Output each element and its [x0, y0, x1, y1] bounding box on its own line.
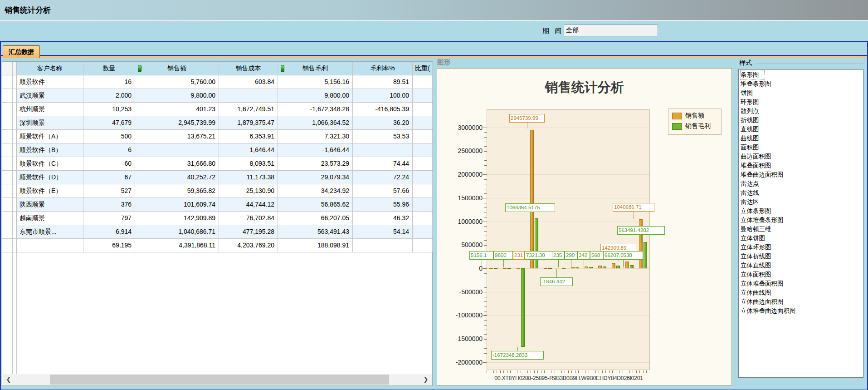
- cell: 46.32: [353, 212, 413, 225]
- table-row[interactable]: 69,1954,391,868.114,203,769.20188,098.91: [2, 239, 432, 252]
- style-list-item[interactable]: 曼哈顿三维: [741, 225, 863, 234]
- green-indicator-icon: [138, 65, 141, 72]
- cell: [12, 225, 16, 238]
- cell: [353, 239, 413, 252]
- table-row[interactable]: 顺景软件（A）50013,675.216,353.917,321.3053.53: [2, 130, 432, 143]
- style-list-item[interactable]: 折线图: [741, 116, 863, 125]
- callout-stem: [634, 212, 634, 219]
- cell: 1,672,749.51: [219, 103, 278, 116]
- legend-swatch-icon: [672, 113, 682, 119]
- table-row[interactable]: 顺景软件（B）61,646.44-1,646.44: [2, 143, 432, 157]
- column-header[interactable]: 毛利率%: [353, 62, 413, 75]
- style-list-item[interactable]: 雷达区: [741, 197, 863, 207]
- callout-stem: [584, 260, 584, 267]
- cell: 越南顺景: [16, 212, 83, 225]
- style-list-item[interactable]: 雷达线: [741, 188, 863, 197]
- chart-title: 销售统计分析: [437, 79, 731, 97]
- table-row[interactable]: 陕西顺景376101,609.7444,744.1256,865.6255.96: [2, 198, 432, 212]
- callout-stem: [597, 260, 597, 267]
- table-row[interactable]: 武汉顺景2,0009,800.009,800.00100.00: [2, 89, 432, 103]
- cell: 2,000: [83, 89, 135, 102]
- callout-stem: [641, 235, 642, 242]
- style-list-item[interactable]: 堆叠曲边面积图: [741, 170, 863, 179]
- callout-stem: [558, 260, 559, 267]
- style-list-item[interactable]: 立体堆叠曲边面积图: [741, 306, 863, 316]
- cell: [12, 198, 16, 211]
- style-list-item[interactable]: 立体直线图: [741, 261, 863, 270]
- style-list-item[interactable]: 立体饼图: [741, 234, 863, 243]
- table-row[interactable]: 顺景软件（C）6031,666.808,093.5123,573.2974.44: [2, 157, 432, 171]
- cell: [12, 171, 16, 184]
- table-row[interactable]: 东莞市顺景...6,9141,040,686.71477,195.28563,4…: [2, 225, 432, 239]
- style-list-item[interactable]: 堆叠条形图: [741, 79, 863, 89]
- data-label: 1066364.5175: [505, 203, 555, 212]
- style-list-item[interactable]: 立体堆叠条形图: [741, 216, 863, 225]
- table-row[interactable]: 深圳顺景47,6792,945,739.991,879,375.471,066,…: [2, 116, 432, 130]
- style-groupbox-line: [756, 63, 863, 64]
- cell: 56,865.62: [278, 198, 353, 211]
- style-list-item[interactable]: 散列点: [741, 107, 863, 116]
- style-list-item[interactable]: 面积图: [741, 143, 863, 152]
- horizontal-scrollbar[interactable]: ❮ ❯: [3, 374, 432, 385]
- cell: [12, 89, 16, 102]
- style-list-item[interactable]: 立体面积图: [741, 270, 863, 279]
- table-row[interactable]: 杭州顺景10,253401.231,672,749.51-1,672,348.2…: [2, 103, 432, 116]
- cell: 53.53: [353, 130, 413, 143]
- style-list-item[interactable]: 直线图: [741, 125, 863, 134]
- style-list-item[interactable]: 立体曲线图: [741, 288, 863, 297]
- column-header[interactable]: 客户名称: [16, 62, 83, 75]
- style-list-item[interactable]: 立体环形图: [741, 243, 863, 252]
- style-list-item[interactable]: 堆叠面积图: [741, 161, 863, 170]
- scroll-right-icon[interactable]: ❯: [420, 374, 432, 385]
- style-list-item[interactable]: 立体堆叠面积图: [741, 279, 863, 288]
- style-list-item[interactable]: 立体曲边面积图: [741, 297, 863, 306]
- cell: [2, 171, 12, 184]
- bar-销售毛利-东莞市顺景: [644, 242, 647, 268]
- style-list-item[interactable]: 饼图: [741, 89, 863, 98]
- column-header[interactable]: 销售毛利: [278, 62, 353, 75]
- column-header[interactable]: [2, 62, 12, 75]
- table-row[interactable]: 顺景软件165,760.00603.845,156.1689.51: [2, 75, 432, 89]
- table-row[interactable]: 越南顺景797142,909.8976,702.8466,207.0546.32: [2, 212, 432, 225]
- data-label: 5156.1: [469, 251, 493, 260]
- style-list-item[interactable]: 雷达点: [741, 179, 863, 188]
- y-tick-label: 0: [450, 265, 483, 272]
- style-list-item[interactable]: 环形图: [741, 98, 863, 107]
- y-tick-mark: [483, 315, 487, 316]
- cell: 6,914: [83, 225, 135, 238]
- cell: 563,491.43: [278, 225, 353, 238]
- column-header[interactable]: 数量: [83, 62, 135, 75]
- column-header[interactable]: 销售额: [135, 62, 219, 75]
- legend-label: 销售额: [685, 112, 704, 120]
- style-list-item[interactable]: 立体条形图: [741, 207, 863, 216]
- style-list-item[interactable]: 曲线图: [741, 134, 863, 143]
- cell: 7,321.30: [278, 130, 353, 143]
- cell: 5,156.16: [278, 75, 353, 89]
- tab-summary-data[interactable]: 汇总数据: [3, 45, 40, 58]
- column-header[interactable]: [12, 62, 16, 75]
- style-list-item[interactable]: 条形图: [741, 70, 764, 79]
- title-bar: 销售统计分析: [0, 0, 868, 21]
- callout-stem: [517, 347, 518, 351]
- x-axis-label: 00.XT8YH0288-25895-R9B3B0B9H.W9B0EHDY84D…: [480, 375, 657, 381]
- column-header[interactable]: 销售成本: [219, 62, 278, 75]
- cell: 1,646.44: [219, 143, 278, 157]
- gridline: [487, 268, 649, 269]
- period-input[interactable]: [564, 25, 658, 36]
- data-label: 66207.0538: [603, 251, 643, 260]
- style-list-item[interactable]: 曲边面积图: [741, 152, 863, 161]
- style-list-item[interactable]: 立体折线图: [741, 252, 863, 261]
- table-row[interactable]: 顺景软件（D）6740,252.7211,173.3829,079.3472.2…: [2, 171, 432, 184]
- y-tick-mark: [483, 245, 487, 245]
- scrollbar-thumb[interactable]: [50, 375, 389, 385]
- cell: 13,675.21: [135, 130, 219, 143]
- cell: [413, 171, 433, 184]
- cell: 89.51: [353, 75, 413, 89]
- table-row[interactable]: 顺景软件（E）52759,365.8225,130.9034,234.9257.…: [2, 184, 432, 198]
- bar-销售毛利-越南顺景: [630, 265, 634, 268]
- column-header[interactable]: 比重(: [413, 62, 433, 75]
- cell: 74.44: [353, 157, 413, 170]
- cell: [413, 89, 433, 102]
- cell: 500: [83, 130, 135, 143]
- scroll-left-icon[interactable]: ❮: [3, 374, 15, 385]
